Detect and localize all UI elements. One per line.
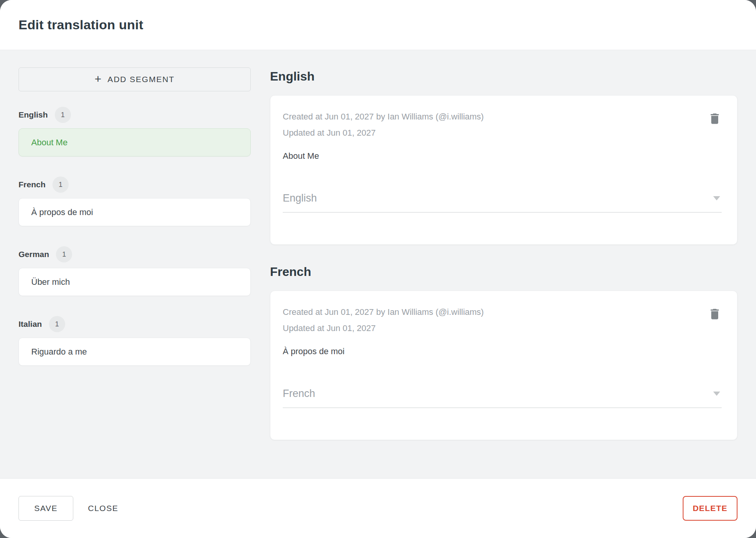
segment-count-badge: 1 [55, 107, 71, 123]
language-label: French [19, 180, 46, 189]
card-meta-row: Created at Jun 01, 2027 by Ian Williams … [283, 109, 722, 141]
language-group-french: French 1 À propos de moi [19, 177, 251, 226]
language-label: English [19, 110, 48, 119]
segment-item-italian[interactable]: Riguardo a me [19, 338, 251, 366]
language-select[interactable]: French [283, 388, 722, 408]
dialog-footer: SAVE CLOSE DELETE [0, 478, 756, 538]
language-group-english: English 1 About Me [19, 107, 251, 156]
segment-count-badge: 1 [52, 177, 69, 193]
segment-card-english: Created at Jun 01, 2027 by Ian Williams … [270, 95, 737, 245]
dialog-header: Edit translation unit [0, 0, 756, 50]
segment-card-french: Created at Jun 01, 2027 by Ian Williams … [270, 291, 737, 440]
save-button[interactable]: SAVE [19, 496, 73, 521]
created-line: Created at Jun 01, 2027 by Ian Williams … [283, 304, 484, 320]
segment-count-badge: 1 [56, 246, 72, 262]
chevron-down-icon [713, 196, 720, 200]
plus-icon: + [94, 73, 101, 85]
segment-item-text: Über mich [31, 277, 70, 287]
segment-item-text: About Me [31, 138, 68, 148]
language-label: German [19, 250, 49, 259]
card-meta-row: Created at Jun 01, 2027 by Ian Williams … [283, 304, 722, 336]
section-english: English Created at Jun 01, 2027 by Ian W… [270, 69, 737, 245]
segment-detail-panel: English Created at Jun 01, 2027 by Ian W… [251, 50, 756, 478]
close-button[interactable]: CLOSE [88, 504, 118, 513]
delete-button[interactable]: DELETE [683, 496, 737, 521]
section-heading: French [270, 265, 737, 279]
language-group-header: English 1 [19, 107, 251, 123]
language-select-value: English [283, 192, 317, 204]
language-select-value: French [283, 388, 315, 400]
language-group-header: Italian 1 [19, 316, 251, 332]
segment-item-french[interactable]: À propos de moi [19, 198, 251, 226]
segment-text[interactable]: About Me [283, 151, 722, 161]
language-group-header: German 1 [19, 246, 251, 262]
segment-count-badge: 1 [49, 316, 65, 332]
section-heading: English [270, 69, 737, 84]
segment-item-german[interactable]: Über mich [19, 268, 251, 296]
trash-icon [708, 307, 722, 321]
segment-meta: Created at Jun 01, 2027 by Ian Williams … [283, 304, 484, 336]
language-group-german: German 1 Über mich [19, 246, 251, 296]
delete-segment-button[interactable] [708, 112, 722, 126]
modal-backdrop: Edit translation unit + ADD SEGMENT Engl… [0, 0, 756, 538]
add-segment-button[interactable]: + ADD SEGMENT [19, 67, 251, 91]
chevron-down-icon [713, 392, 720, 396]
language-group-header: French 1 [19, 177, 251, 193]
trash-icon [708, 112, 722, 126]
segment-meta: Created at Jun 01, 2027 by Ian Williams … [283, 109, 484, 141]
segments-sidebar: + ADD SEGMENT English 1 About Me French [0, 50, 251, 478]
language-group-italian: Italian 1 Riguardo a me [19, 316, 251, 366]
segment-item-text: À propos de moi [31, 207, 93, 217]
segment-item-english[interactable]: About Me [19, 128, 251, 156]
language-label: Italian [19, 319, 42, 329]
section-french: French Created at Jun 01, 2027 by Ian Wi… [270, 265, 737, 440]
delete-segment-button[interactable] [708, 307, 722, 321]
dialog-title: Edit translation unit [19, 17, 143, 32]
language-select[interactable]: English [283, 192, 722, 213]
created-line: Created at Jun 01, 2027 by Ian Williams … [283, 109, 484, 125]
edit-translation-unit-dialog: Edit translation unit + ADD SEGMENT Engl… [0, 0, 756, 538]
updated-line: Updated at Jun 01, 2027 [283, 320, 484, 336]
dialog-body: + ADD SEGMENT English 1 About Me French [0, 50, 756, 478]
segment-text[interactable]: À propos de moi [283, 346, 722, 357]
updated-line: Updated at Jun 01, 2027 [283, 125, 484, 141]
add-segment-label: ADD SEGMENT [108, 75, 175, 84]
segment-item-text: Riguardo a me [31, 347, 87, 357]
